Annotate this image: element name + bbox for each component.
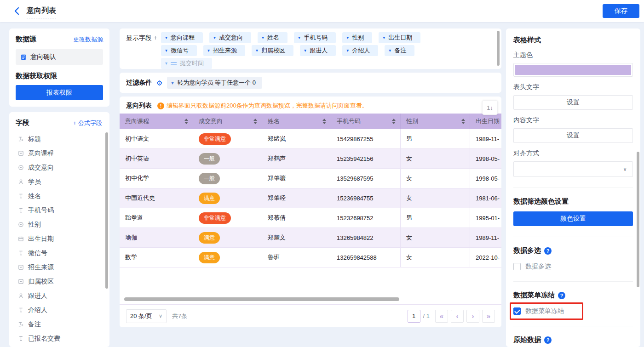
back-icon[interactable] [13,6,22,16]
field-item[interactable]: 成交意向 [16,160,105,175]
align-label: 对齐方式 [513,149,633,158]
field-item[interactable]: 性别 [16,217,105,232]
filter-condition-chip[interactable]: ▾ 转为意向学员 等于任意一个 0 [167,77,262,89]
fields-list: 标题意向课程成交意向学员姓名手机号码性别出生日期微信号招生来源归属校区跟进人介绍… [16,132,105,346]
field-item[interactable]: 跟进人 [16,289,105,303]
sort-icons[interactable] [184,119,188,124]
display-field-chip[interactable]: ▾成交意向 [209,32,251,43]
body-text-settings-button[interactable]: 设置 [513,128,633,143]
display-field-chip[interactable]: ▾跟进人 [300,45,336,56]
field-item[interactable]: 备注 [16,317,105,331]
add-formula-field-link[interactable]: + 公式字段 [73,119,102,127]
display-field-chip[interactable]: ▾意向课程 [161,32,203,43]
column-header[interactable]: 成交意向 [193,114,262,129]
help-icon[interactable]: ? [558,292,565,299]
display-field-chip[interactable]: ▾介绍人 [342,45,378,56]
display-field-chip[interactable]: ▾姓名 [258,32,288,43]
report-permission-button[interactable]: 报表权限 [16,85,103,100]
field-item[interactable]: 归属校区 [16,274,105,289]
change-datasource-link[interactable]: 更改数据源 [73,35,103,44]
sort-icons[interactable] [253,119,257,124]
total-count: 共7条 [172,312,187,320]
display-field-chip-label: 成交意向 [219,34,243,42]
fields-panel: 字段 + 公式字段 标题意向课程成交意向学员姓名手机号码性别出生日期微信号招生来… [9,112,109,347]
column-header[interactable]: 意向课程 [120,114,193,129]
multi-select-checkbox[interactable] [513,263,521,270]
chevron-down-icon: ▾ [346,35,349,40]
pagination-last-button[interactable]: » [482,310,495,323]
table-row[interactable]: 初中语文非常满意郑绪岚15429867255男1989-11- [120,129,501,149]
sort-icons[interactable] [461,119,465,124]
color-settings-button[interactable]: 颜色设置 [513,211,633,226]
datasource-item[interactable]: 意向确认 [16,49,103,65]
field-item[interactable]: 介绍人 [16,303,105,317]
table-cell: 一般 [193,149,262,168]
field-item[interactable]: 手机号码 [16,203,105,217]
table-row[interactable]: 初中英语一般郑鹤声15235942156女1998-05- [120,149,501,169]
table-cell: 1989-11- [470,129,501,148]
table-row[interactable]: 初中化学一般郑肇骧13529687595女1998-05- [120,169,501,188]
menu-freeze-checkbox[interactable] [513,307,521,315]
table-row[interactable]: 中国近代史满意郑肇经15236984755女1981-06- [120,188,501,208]
person-icon [17,179,24,185]
display-field-chip[interactable]: ▾性别 [342,32,372,43]
field-item[interactable]: 微信号 [16,246,105,260]
help-icon[interactable]: ? [544,336,552,344]
table-cell: 2022-10- [470,248,501,267]
top-bar: 意向列表 保存 [0,0,644,22]
field-item[interactable]: 招生来源 [16,260,105,274]
help-icon[interactable]: ? [544,247,552,255]
display-field-chip[interactable]: ▾归属校区 [252,45,293,56]
datasource-item-label: 意向确认 [30,53,56,61]
field-item[interactable]: 已报名交费 [16,331,105,346]
field-item[interactable]: 姓名 [16,189,105,203]
column-header[interactable]: 手机号码 [331,114,401,129]
sort-asc-icon [253,119,257,121]
display-field-chip[interactable]: ▾备注 [385,45,414,56]
header-text-settings-button[interactable]: 设置 [513,95,633,110]
field-item[interactable]: 出生日期 [16,232,105,246]
pagination-next-button[interactable]: › [466,310,479,323]
save-button[interactable]: 保存 [603,4,639,18]
multi-select-title: 数据多选 [513,246,541,255]
gear-icon[interactable]: ⚙ [156,80,162,86]
sort-icons[interactable] [322,119,326,124]
align-select[interactable]: ∨ [513,161,633,177]
field-item[interactable]: 意向课程 [16,146,105,160]
radio-icon [17,222,24,228]
display-field-chip[interactable]: ▾出生日期 [379,32,420,43]
intent-badge: 一般 [199,173,220,184]
column-header[interactable]: 性别 [401,114,470,129]
style-panel-scrollbar[interactable] [637,152,639,287]
sort-icons[interactable] [392,119,396,124]
table-row[interactable]: 跆拳道非常满意郑慕倩15232698752男1995-01- [120,208,501,228]
column-header[interactable]: 姓名 [262,114,331,129]
field-item[interactable]: 学员 [16,175,105,189]
add-display-field-icon[interactable]: + [154,34,157,41]
fields-scrollbar[interactable] [105,132,108,289]
page-title: 意向列表 [27,6,56,18]
pagination-prev-button[interactable]: ‹ [451,310,464,323]
display-field-chip[interactable]: ▾微信号 [161,45,197,56]
table-cell: 瑜伽 [120,228,193,247]
column-header[interactable]: 出生日期 [470,114,501,129]
display-field-chip[interactable]: ▾手机号码 [294,32,336,43]
horizontal-scrollbar[interactable] [124,297,399,301]
field-item[interactable]: 标题 [16,132,105,146]
sort-asc-icon [184,119,188,121]
display-field-chip-disabled[interactable]: ▾提交时间 [161,58,212,69]
page-size-select[interactable]: 20 条/页 ∨ [126,309,167,323]
chip-row: ▾意向课程▾成交意向▾姓名▾手机号码▾性别▾出生日期 [161,32,420,43]
display-field-chip[interactable]: ▾招生来源 [203,45,245,56]
pagination-first-button[interactable]: « [435,310,448,323]
chevron-down-icon: ▾ [207,48,210,53]
theme-color-picker[interactable] [513,63,633,77]
table-row[interactable]: 数学满意鲁班132659842588女2022-10- [120,248,501,267]
table-cell: 15232698752 [331,208,401,228]
sort-order-icon[interactable]: 1↓ [482,100,498,115]
field-item-label: 介绍人 [28,306,47,314]
table-row[interactable]: 瑜伽满意郑耀文13265984822女1989-11- [120,228,501,248]
page-number-input[interactable]: 1 [408,310,420,323]
display-fields-scrollbar[interactable] [497,31,500,66]
table-cell: 13265984822 [331,228,401,247]
